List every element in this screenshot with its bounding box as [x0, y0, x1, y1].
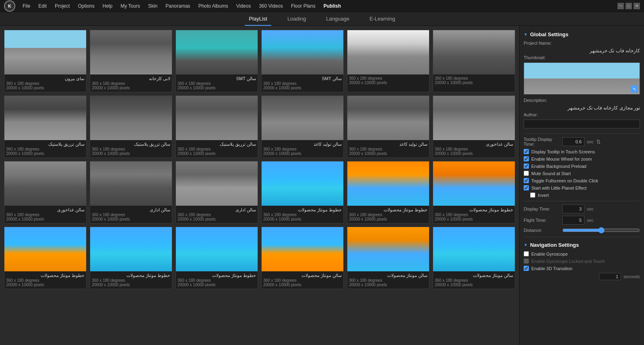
menu-360videos[interactable]: 360 Videos: [256, 0, 286, 12]
media-item-21[interactable]: خطوط مونتاژ محصولات360 x 180 degrees2000…: [175, 227, 258, 289]
close-button[interactable]: ✕: [634, 3, 640, 9]
media-item-14[interactable]: سالن اداری360 x 180 degrees20000 x 10000…: [90, 161, 172, 223]
media-item-15[interactable]: سالن اداری360 x 180 degrees20000 x 10000…: [175, 161, 258, 223]
media-item-13[interactable]: سالن غذاخوری360 x 180 degrees20000 x 100…: [4, 161, 87, 223]
media-item-10[interactable]: سالن تولید کاغذ360 x 180 degrees20000 x …: [261, 95, 344, 158]
tab-language[interactable]: Language: [322, 12, 353, 26]
display-time-unit: sec: [587, 207, 594, 211]
tooltip-time-input[interactable]: [562, 137, 584, 146]
media-spec1-9: 360 x 180 degrees: [178, 147, 256, 151]
toggle-fullscreen-checkbox[interactable]: [524, 178, 529, 183]
media-spec1-22: 360 x 180 degrees: [263, 278, 342, 283]
tab-elearning[interactable]: E-Learning: [365, 12, 399, 26]
enable-gyroscope-label[interactable]: Enable Gyroscope: [531, 252, 568, 256]
menu-mytours[interactable]: My Tours: [117, 0, 143, 12]
app-logo: K: [4, 0, 15, 12]
thumbnail-edit-button[interactable]: ✎: [631, 85, 638, 93]
media-spec2-5: 20000 x 10000 pixels: [349, 81, 427, 85]
restore-button[interactable]: □: [625, 3, 632, 9]
gyroscope-locked-checkbox[interactable]: [524, 258, 529, 264]
media-spec2-22: 20000 x 10000 pixels: [263, 283, 342, 287]
media-item-20[interactable]: خطوط مونتاژ محصولات360 x 180 degrees2000…: [90, 227, 172, 289]
display-tooltip-label[interactable]: Display Tooltip in Touch Screens: [531, 149, 595, 154]
media-spec2-12: 20000 x 10000 pixels: [435, 151, 513, 156]
mute-sound-label[interactable]: Mute Sound at Start: [531, 171, 571, 176]
media-item-1[interactable]: نمای بیرون360 x 180 degrees20000 x 10000…: [4, 30, 87, 92]
media-item-23[interactable]: سالن مونتاژ محصولات360 x 180 degrees2000…: [347, 227, 429, 289]
tooltip-time-spinner[interactable]: ⇅: [596, 138, 601, 145]
media-spec1-6: 360 x 180 degrees: [435, 76, 513, 81]
display-time-input[interactable]: [562, 205, 584, 213]
mouse-wheel-label[interactable]: Enable Mouse Wheel for zoom: [531, 157, 592, 161]
media-item-12[interactable]: سالن غذاخوری360 x 180 degrees20000 x 100…: [433, 95, 515, 158]
little-planet-checkbox[interactable]: [524, 185, 529, 190]
media-item-19[interactable]: خطوط مونتاژ محصولات360 x 180 degrees2000…: [4, 227, 87, 289]
invert-label[interactable]: Invert: [538, 193, 549, 198]
author-input[interactable]: [524, 120, 640, 128]
nav-settings-header: Navigation Settings: [524, 240, 640, 251]
media-spec1-17: 360 x 180 degrees: [349, 213, 427, 217]
menu-panoramas[interactable]: Panoramas: [162, 0, 193, 12]
checkbox-row-5: Toggle Fullscreen on Double Click: [524, 178, 640, 183]
media-item-9[interactable]: سالن تزریق پلاستیک360 x 180 degrees20000…: [175, 95, 258, 158]
display-tooltip-checkbox[interactable]: [524, 149, 529, 154]
menu-publish[interactable]: Publish: [320, 0, 344, 12]
media-spec2-19: 20000 x 10000 pixels: [6, 283, 85, 287]
tab-playlist[interactable]: PlayList: [245, 12, 271, 26]
mute-sound-checkbox[interactable]: [524, 171, 529, 176]
media-spec2-7: 20000 x 10000 pixels: [6, 151, 85, 156]
menu-help[interactable]: Help: [99, 0, 116, 12]
media-item-16[interactable]: خطوط مونتاژ محصولات360 x 180 degrees2000…: [261, 161, 344, 223]
media-item-17[interactable]: خطوط مونتاژ محصولات360 x 180 degrees2000…: [347, 161, 429, 223]
distance-slider[interactable]: [562, 227, 640, 233]
bg-preload-label[interactable]: Enable Background Preload: [531, 164, 586, 169]
media-name-8: سالن تزریق پلاستیک: [92, 142, 170, 147]
description-label-row: Description:: [524, 98, 640, 103]
toggle-fullscreen-label[interactable]: Toggle Fullscreen on Double Click: [531, 178, 598, 183]
tab-loading[interactable]: Loading: [283, 12, 310, 26]
media-item-11[interactable]: سالن تولید کاغذ360 x 180 degrees20000 x …: [347, 95, 429, 158]
thumbnail-label: Thumbnail:: [524, 55, 545, 60]
media-item-2[interactable]: لابی کارخانه360 x 180 degrees20000 x 100…: [90, 30, 172, 92]
media-item-3[interactable]: سالن SMT360 x 180 degrees20000 x 10000 p…: [175, 30, 258, 92]
media-item-7[interactable]: سالن تزریق پلاستیک360 x 180 degrees20000…: [4, 95, 87, 158]
media-item-6[interactable]: 360 x 180 degrees20000 x 10000 pixels: [433, 30, 515, 92]
enable-3d-transition-label[interactable]: Enable 3D Transition: [531, 266, 572, 271]
menu-project[interactable]: Project: [52, 0, 73, 12]
flight-time-label: Flight Time:: [524, 218, 560, 223]
menu-videos[interactable]: Videos: [233, 0, 254, 12]
thumbnail-row: Thumbnail:: [524, 55, 640, 60]
little-planet-label[interactable]: Start with Little Planet Effect: [531, 186, 586, 190]
media-spec2-24: 20000 x 10000 pixels: [435, 283, 513, 287]
titlebar: K File Edit Project Options Help My Tour…: [0, 0, 644, 12]
media-name-15: سالن اداری: [178, 207, 256, 213]
menu-options[interactable]: Options: [74, 0, 97, 12]
bg-preload-checkbox[interactable]: [524, 163, 529, 169]
menu-skin[interactable]: Skin: [145, 0, 161, 12]
enable-3d-transition-checkbox[interactable]: [524, 266, 529, 271]
media-spec1-20: 360 x 180 degrees: [92, 278, 170, 283]
minimize-button[interactable]: ─: [617, 3, 624, 9]
mouse-wheel-checkbox[interactable]: [524, 156, 529, 161]
media-spec2-9: 20000 x 10000 pixels: [178, 151, 256, 156]
tooltip-time-row: Tooltip Display Time: sec ⇅: [524, 137, 640, 147]
media-item-24[interactable]: سالن مونتاژ محصولات360 x 180 degrees2000…: [433, 227, 515, 289]
menu-photoalbums[interactable]: Photo Albums: [195, 0, 231, 12]
media-item-4[interactable]: سالن SMT360 x 180 degrees20000 x 10000 p…: [261, 30, 344, 92]
menu-edit[interactable]: Edit: [35, 0, 50, 12]
enable-gyroscope-checkbox[interactable]: [524, 251, 529, 256]
media-name-11: سالن تولید کاغذ: [349, 142, 427, 147]
media-item-18[interactable]: خطوط مونتاژ محصولات360 x 180 degrees2000…: [433, 161, 515, 223]
project-name-value: کارخانه فاب تک خرمشهر: [524, 48, 640, 54]
checkbox-row-1: Display Tooltip in Touch Screens: [524, 149, 640, 154]
media-spec1-19: 360 x 180 degrees: [6, 278, 85, 283]
media-item-5[interactable]: 360 x 180 degrees20000 x 10000 pixels: [347, 30, 429, 92]
menu-floorplans[interactable]: Floor Plans: [288, 0, 319, 12]
seconds-input[interactable]: [599, 273, 621, 280]
media-item-8[interactable]: سالن تزریق پلاستیک360 x 180 degrees20000…: [90, 95, 172, 158]
media-name-12: سالن غذاخوری: [435, 142, 513, 147]
media-item-22[interactable]: سالن مونتاژ محصولات360 x 180 degrees2000…: [261, 227, 344, 289]
menu-file[interactable]: File: [19, 0, 33, 12]
flight-time-input[interactable]: [562, 216, 584, 225]
invert-checkbox[interactable]: [530, 192, 535, 198]
